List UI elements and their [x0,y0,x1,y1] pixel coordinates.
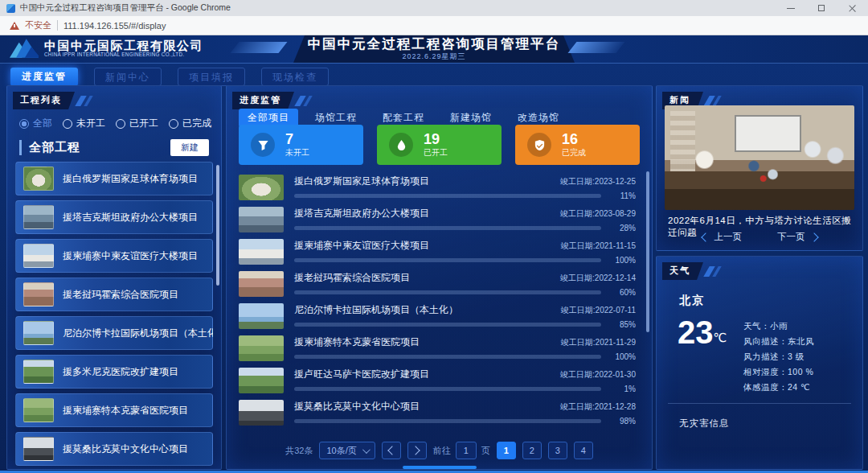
project-thumbnail [239,207,284,232]
news-prev-button[interactable]: 上一页 [702,231,743,243]
project-thumbnail [239,368,284,393]
progress-row[interactable]: 援白俄罗斯国家足球体育场项目 竣工日期:2023-12-25 11% [239,171,636,204]
completion-date: 竣工日期:2022-07-11 [561,305,636,316]
date-label: 竣工日期: [560,177,595,186]
date-value: 2021-11-29 [596,338,636,347]
project-thumbnail [239,303,284,329]
stat-label: 未开工 [285,147,309,158]
next-page-button[interactable] [407,442,427,459]
detail-value: 小雨 [770,321,788,331]
progress-row[interactable]: 援莫桑比克莫中文化中心项目 竣工日期:2021-12-28 98% [239,397,636,429]
company-logo-block: 中国中元国际工程有限公司 CHINA IPPR INTERNATIONAL EN… [10,38,203,59]
progress-list-scrollbar[interactable] [646,171,649,332]
completion-date: 竣工日期:2021-11-15 [561,241,636,252]
maximize-button[interactable] [817,3,826,13]
platform-date: 2022.6.29星期三 [402,51,465,62]
news-next-button[interactable]: 下一页 [777,231,817,243]
stat-card-completed[interactable]: 16 已完成 [515,125,640,165]
completion-date: 竣工日期:2023-08-29 [560,208,636,220]
project-list-panel-header: 工程列表 [13,92,90,109]
page-number-button[interactable]: 1 [497,442,516,459]
project-card[interactable]: 援莫桑比克莫中文化中心项目 [15,432,213,466]
progress-row[interactable]: 援塔吉克斯坦政府办公大楼项目 竣工日期:2023-08-29 28% [239,204,636,236]
project-card[interactable]: 援多米尼克医院改扩建项目 [15,355,213,389]
project-card[interactable]: 援柬埔寨中柬友谊医疗大楼项目 [15,239,213,273]
project-card[interactable]: 援塔吉克斯坦政府办公大楼项目 [15,200,213,234]
status-filter-radio[interactable]: 已开工 [116,117,158,130]
page-size-select[interactable]: 10条/页 [319,442,375,459]
nav-tab[interactable]: 现场检查 [261,68,329,86]
filter-label: 未开工 [76,117,105,130]
close-button[interactable] [847,3,857,13]
shield-check-icon [527,133,551,157]
project-name: 援柬埔寨特本克蒙省医院项目 [63,404,188,417]
completion-date: 竣工日期:2021-11-29 [561,337,636,348]
minimize-button[interactable] [786,3,796,13]
progress-row[interactable]: 援卢旺达马萨卡医院改扩建项目 竣工日期:2022-01-30 1% [239,364,636,397]
prev-page-button[interactable] [382,442,401,459]
page-number-button[interactable]: 4 [574,442,593,459]
browser-window: 中国中元全过程工程咨询项目管理平台 - Google Chrome 不安全 11… [0,0,868,473]
browser-address-bar[interactable]: 不安全 111.194.126.155/#/display [0,16,868,35]
date-label: 竣工日期: [561,306,596,315]
project-card[interactable]: 尼泊尔博卡拉国际机场项目（本土化） [15,316,213,350]
project-name: 援白俄罗斯国家足球体育场项目 [63,172,198,186]
progress-row[interactable]: 援柬埔寨特本克蒙省医院项目 竣工日期:2021-11-29 100% [239,332,636,364]
left-list-scrollbar[interactable] [216,165,219,286]
project-card[interactable]: 援老挝玛霍索综合医院项目 [15,278,213,311]
project-card[interactable]: 援白俄罗斯国家足球体育场项目 [15,162,213,195]
project-name: 援塔吉克斯坦政府办公大楼项目 [63,211,198,224]
app-root: 中国中元国际工程有限公司 CHINA IPPR INTERNATIONAL EN… [0,35,868,473]
new-project-button[interactable]: 新建 [170,139,209,156]
weather-detail-row: 风向描述：东北风 [743,336,814,348]
progress-row[interactable]: 援老挝玛霍索综合医院项目 竣工日期:2022-12-14 60% [239,268,636,300]
status-summary-cards: 7 未开工 19 已开工 [239,125,640,165]
project-name: 援柬埔寨中柬友谊医疗大楼项目 [63,249,198,263]
page-number-button[interactable]: 2 [522,442,542,459]
project-name: 援卢旺达马萨卡医院改扩建项目 [294,368,429,381]
horizontal-scrollbar[interactable] [403,466,477,469]
progress-row[interactable]: 尼泊尔博卡拉国际机场项目（本土化） 竣工日期:2022-07-11 85% [239,300,636,332]
project-thumbnail [239,239,284,265]
goto-page-group: 前往 1 页 [433,442,490,459]
project-name: 援莫桑比克莫中文化中心项目 [294,400,420,413]
detail-label: 天气： [743,321,770,331]
nav-tab[interactable]: 新闻中心 [94,68,162,86]
goto-suffix: 页 [481,445,490,457]
progress-track [294,290,601,294]
chevron-right-icon [809,232,818,241]
funnel-icon [251,133,275,157]
progress-row[interactable]: 援柬埔寨中柬友谊医疗大楼项目 竣工日期:2021-11-15 100% [239,236,636,268]
progress-percent: 100% [608,352,636,361]
news-photo[interactable] [665,105,854,210]
security-label[interactable]: 不安全 [25,19,51,31]
status-filter-radio[interactable]: 未开工 [63,117,105,130]
date-value: 2021-11-15 [596,241,636,250]
stat-label: 已完成 [562,147,586,158]
browser-titlebar: 中国中元全过程工程咨询项目管理平台 - Google Chrome [0,0,868,16]
stat-card-started[interactable]: 19 已开工 [377,125,502,165]
date-label: 竣工日期: [560,209,595,218]
project-name: 尼泊尔博卡拉国际机场项目（本土化） [294,303,458,317]
status-filter-group: 全部 未开工 已开工 已完成 [19,117,211,130]
goto-page-input[interactable]: 1 [456,442,477,459]
weather-details: 天气：小雨 风向描述：东北风 风力描述：3 级 相对湿度：100 % 体感温度：… [743,321,814,393]
status-filter-radio[interactable]: 全部 [19,117,52,130]
project-thumbnail [23,321,54,345]
progress-row-list: 援白俄罗斯国家足球体育场项目 竣工日期:2023-12-25 11% [239,171,636,429]
date-label: 竣工日期: [560,274,595,282]
main-nav-tabs: 进度监管 新闻中心 项目填报 现场检查 [10,68,329,86]
nav-tab[interactable]: 进度监管 [10,68,78,86]
page-number-button[interactable]: 3 [548,442,567,459]
project-thumbnail [23,398,54,422]
goto-label: 前往 [433,445,451,457]
detail-value: 100 % [788,367,813,376]
stat-value: 19 [424,131,448,148]
url-text[interactable]: 111.194.126.155/#/display [63,21,166,31]
project-card[interactable]: 援柬埔寨特本克蒙省医院项目 [15,393,213,427]
nav-tab[interactable]: 项目填报 [178,68,245,86]
weather-detail-row: 相对湿度：100 % [743,367,814,378]
progress-track [294,323,601,327]
stat-card-not-started[interactable]: 7 未开工 [239,125,363,165]
status-filter-radio[interactable]: 已完成 [169,117,211,130]
